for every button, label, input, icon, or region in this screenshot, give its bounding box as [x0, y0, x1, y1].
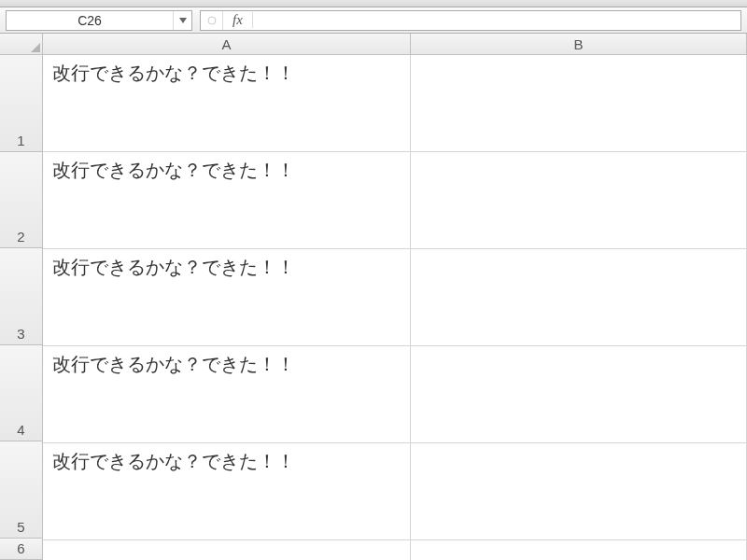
row-header-3[interactable]: 3 [0, 248, 43, 345]
row-header-1[interactable]: 1 [0, 55, 43, 152]
cell-b4[interactable] [411, 346, 747, 443]
grid-body: 1 2 3 4 5 6 改行できるかな？できた！！ 改行できるかな？できた！！ … [0, 55, 747, 560]
formula-cancel-button [201, 11, 223, 30]
table-row: 改行できるかな？できた！！ [43, 443, 747, 540]
cell-b5[interactable] [411, 443, 747, 540]
row-header-6[interactable]: 6 [0, 539, 43, 560]
cell-a6[interactable] [43, 540, 411, 560]
formula-input[interactable] [253, 11, 740, 30]
spreadsheet-grid: A B 1 2 3 4 5 6 改行できるかな？できた！！ 改行できるかな？でき… [0, 34, 747, 560]
row-header-4[interactable]: 4 [0, 345, 43, 442]
column-header-b[interactable]: B [411, 34, 747, 55]
circle-icon [207, 16, 217, 25]
column-headers: A B [0, 34, 747, 55]
cells-area: 改行できるかな？できた！！ 改行できるかな？できた！！ 改行できるかな？できた！… [43, 55, 747, 560]
select-all-corner[interactable] [0, 34, 43, 55]
cell-b1[interactable] [411, 55, 747, 152]
name-box-dropdown[interactable] [173, 11, 191, 30]
cell-a3[interactable]: 改行できるかな？できた！！ [43, 249, 411, 346]
column-header-a[interactable]: A [43, 34, 411, 55]
name-box-value: C26 [7, 13, 173, 28]
row-header-2[interactable]: 2 [0, 152, 43, 249]
table-row: 改行できるかな？できた！！ [43, 346, 747, 443]
cell-b2[interactable] [411, 152, 747, 249]
row-header-5[interactable]: 5 [0, 441, 43, 539]
insert-function-button[interactable]: fx [223, 12, 253, 28]
chevron-down-icon [179, 18, 187, 23]
formula-section: fx [200, 10, 741, 31]
top-toolbar-strip [0, 0, 747, 7]
name-box[interactable]: C26 [6, 10, 192, 31]
cell-a1[interactable]: 改行できるかな？できた！！ [43, 55, 411, 152]
cell-b3[interactable] [411, 249, 747, 346]
table-row: 改行できるかな？できた！！ [43, 55, 747, 152]
cell-a5[interactable]: 改行できるかな？できた！！ [43, 443, 411, 540]
table-row: 改行できるかな？できた！！ [43, 152, 747, 249]
formula-bar: C26 fx [0, 7, 747, 34]
table-row [43, 540, 747, 560]
table-row: 改行できるかな？できた！！ [43, 249, 747, 346]
row-headers: 1 2 3 4 5 6 [0, 55, 43, 560]
cell-a4[interactable]: 改行できるかな？できた！！ [43, 346, 411, 443]
cell-a2[interactable]: 改行できるかな？できた！！ [43, 152, 411, 249]
svg-point-0 [208, 17, 216, 24]
cell-b6[interactable] [411, 540, 747, 560]
